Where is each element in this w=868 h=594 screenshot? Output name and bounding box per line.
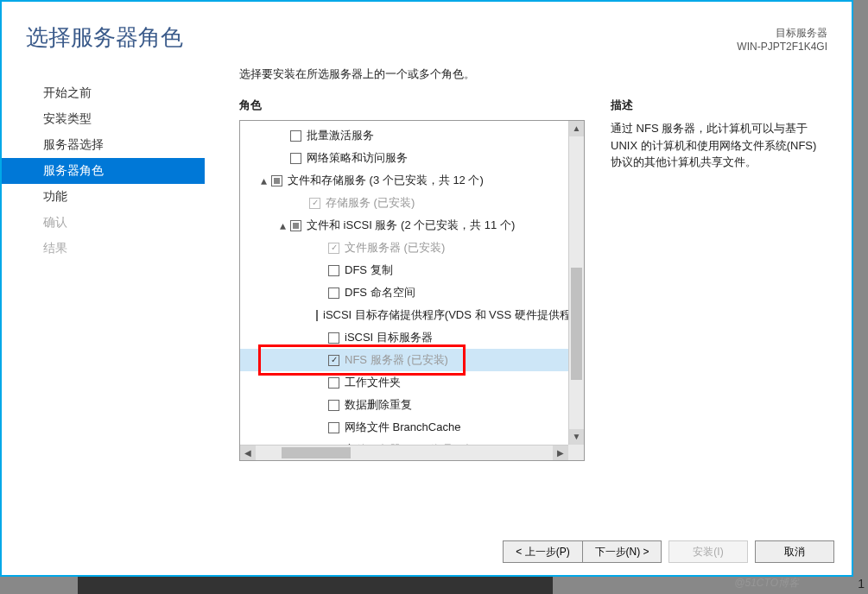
tree-node-label: 存储服务 (已安装)	[326, 195, 415, 211]
tree-node-13[interactable]: 网络文件 BranchCache	[240, 416, 568, 439]
tree-node-5[interactable]: 文件服务器 (已安装)	[240, 237, 568, 259]
description-heading: 描述	[611, 98, 827, 113]
wizard-body: 开始之前安装类型服务器选择服务器角色功能确认结果 选择要安装在所选服务器上的一个…	[2, 60, 852, 509]
tree-node-label: 文件服务器 (已安装)	[345, 240, 445, 256]
tree-node-8[interactable]: iSCSI 目标存储提供程序(VDS 和 VSS 硬件提供程序)	[240, 304, 568, 326]
nav-item-6: 结果	[2, 236, 205, 262]
checkbox[interactable]	[328, 400, 339, 411]
expander-icon[interactable]: ▴	[257, 174, 269, 186]
tree-node-label: 文件和存储服务 (3 个已安装，共 12 个)	[288, 173, 484, 188]
vscroll-thumb[interactable]	[571, 268, 582, 380]
checkbox[interactable]	[328, 265, 339, 276]
checkbox[interactable]	[328, 355, 339, 366]
checkbox[interactable]	[328, 422, 339, 433]
tree-node-2[interactable]: ▴文件和存储服务 (3 个已安装，共 12 个)	[240, 169, 568, 192]
scroll-right-icon[interactable]: ▶	[553, 446, 568, 460]
horizontal-scrollbar[interactable]: ◀ ▶	[240, 445, 568, 460]
tree-node-label: NFS 服务器 (已安装)	[345, 352, 448, 368]
checkbox[interactable]	[328, 377, 339, 389]
tree-node-9[interactable]: iSCSI 目标服务器	[240, 326, 568, 349]
checkbox[interactable]	[290, 153, 301, 164]
tree-node-label: iSCSI 目标服务器	[345, 330, 433, 345]
tree-node-11[interactable]: 工作文件夹	[240, 371, 568, 394]
tree-node-label: 批量激活服务	[307, 128, 374, 143]
expander-icon[interactable]: ▴	[276, 219, 288, 231]
tree-node-1[interactable]: 网络策略和访问服务	[240, 147, 568, 169]
tree-node-7[interactable]: DFS 命名空间	[240, 281, 568, 304]
scroll-down-icon[interactable]: ▼	[569, 429, 584, 445]
tree-node-label: 工作文件夹	[345, 375, 401, 390]
page-number: 1	[858, 577, 865, 591]
tree-node-label: 文件和 iSCSI 服务 (2 个已安装，共 11 个)	[307, 218, 515, 233]
checkbox[interactable]	[290, 130, 301, 142]
cancel-button[interactable]: 取消	[755, 540, 834, 563]
checkbox[interactable]	[328, 288, 339, 299]
nav-item-5: 确认	[2, 210, 205, 236]
columns: 角色 批量激活服务网络策略和访问服务▴文件和存储服务 (3 个已安装，共 12 …	[239, 98, 852, 509]
nav-button-pair: < 上一步(P)下一步(N) >	[503, 540, 662, 563]
nav-item-0[interactable]: 开始之前	[2, 80, 205, 106]
scroll-up-icon[interactable]: ▲	[569, 121, 584, 136]
nav-item-1[interactable]: 安装类型	[2, 106, 205, 132]
tree-node-12[interactable]: 数据删除重复	[240, 394, 568, 416]
tree-node-10[interactable]: NFS 服务器 (已安装)	[240, 349, 568, 371]
target-server-info: 目标服务器 WIN-PJPT2F1K4GI	[737, 26, 827, 53]
checkbox	[328, 243, 339, 254]
tree-node-14[interactable]: 文件服务器 VSS 代理服务	[240, 439, 568, 445]
tree-node-6[interactable]: DFS 复制	[240, 259, 568, 281]
checkbox[interactable]	[316, 310, 318, 321]
roles-heading: 角色	[239, 98, 585, 113]
target-label: 目标服务器	[737, 26, 827, 41]
nav-item-2[interactable]: 服务器选择	[2, 132, 205, 158]
tree-node-label: DFS 复制	[345, 262, 393, 278]
next-button[interactable]: 下一步(N) >	[582, 540, 662, 563]
vertical-scrollbar[interactable]: ▲ ▼	[568, 121, 584, 445]
tree-node-4[interactable]: ▴文件和 iSCSI 服务 (2 个已安装，共 11 个)	[240, 214, 568, 237]
tree-node-0[interactable]: 批量激活服务	[240, 124, 568, 147]
hscroll-thumb[interactable]	[282, 447, 351, 458]
tree-node-label: iSCSI 目标存储提供程序(VDS 和 VSS 硬件提供程序)	[323, 307, 568, 323]
checkbox[interactable]	[271, 175, 282, 186]
tree-node-label: DFS 命名空间	[345, 285, 415, 300]
wizard-header: 选择服务器角色 目标服务器 WIN-PJPT2F1K4GI	[2, 2, 852, 60]
checkbox[interactable]	[328, 332, 339, 344]
background-strip	[78, 577, 553, 594]
target-name: WIN-PJPT2F1K4GI	[737, 41, 827, 53]
roles-tree-scroll[interactable]: 批量激活服务网络策略和访问服务▴文件和存储服务 (3 个已安装，共 12 个)存…	[240, 121, 568, 445]
nav-item-3[interactable]: 服务器角色	[2, 158, 205, 184]
roles-tree: 批量激活服务网络策略和访问服务▴文件和存储服务 (3 个已安装，共 12 个)存…	[240, 121, 568, 445]
roles-tree-box: 批量激活服务网络策略和访问服务▴文件和存储服务 (3 个已安装，共 12 个)存…	[239, 120, 585, 461]
description-column: 描述 通过 NFS 服务器，此计算机可以与基于 UNIX 的计算机和使用网络文件…	[611, 98, 827, 509]
content-pane: 选择要安装在所选服务器上的一个或多个角色。 角色 批量激活服务网络策略和访问服务…	[205, 63, 852, 509]
page-title: 选择服务器角色	[26, 22, 827, 53]
tree-node-label: 数据删除重复	[345, 397, 412, 413]
wizard-buttons: < 上一步(P)下一步(N) > 安装(I) 取消	[503, 540, 834, 563]
tree-node-3[interactable]: 存储服务 (已安装)	[240, 192, 568, 214]
scroll-corner	[568, 445, 584, 460]
tree-node-label: 网络策略和访问服务	[307, 150, 408, 166]
checkbox[interactable]	[290, 220, 301, 231]
tree-node-label: 网络文件 BranchCache	[345, 420, 460, 435]
description-text: 通过 NFS 服务器，此计算机可以与基于 UNIX 的计算机和使用网络文件系统(…	[611, 120, 827, 171]
scroll-left-icon[interactable]: ◀	[240, 446, 256, 460]
previous-button[interactable]: < 上一步(P)	[503, 540, 582, 563]
watermark-text: @51CTO博客	[734, 576, 799, 591]
instructions-text: 选择要安装在所选服务器上的一个或多个角色。	[239, 66, 852, 82]
nav-steps: 开始之前安装类型服务器选择服务器角色功能确认结果	[2, 63, 205, 509]
nav-item-4[interactable]: 功能	[2, 184, 205, 210]
hscroll-track[interactable]	[256, 446, 553, 460]
checkbox	[309, 198, 320, 209]
wizard-window: 选择服务器角色 目标服务器 WIN-PJPT2F1K4GI 开始之前安装类型服务…	[0, 0, 853, 577]
roles-column: 角色 批量激活服务网络策略和访问服务▴文件和存储服务 (3 个已安装，共 12 …	[239, 98, 585, 509]
install-button: 安装(I)	[668, 540, 748, 563]
